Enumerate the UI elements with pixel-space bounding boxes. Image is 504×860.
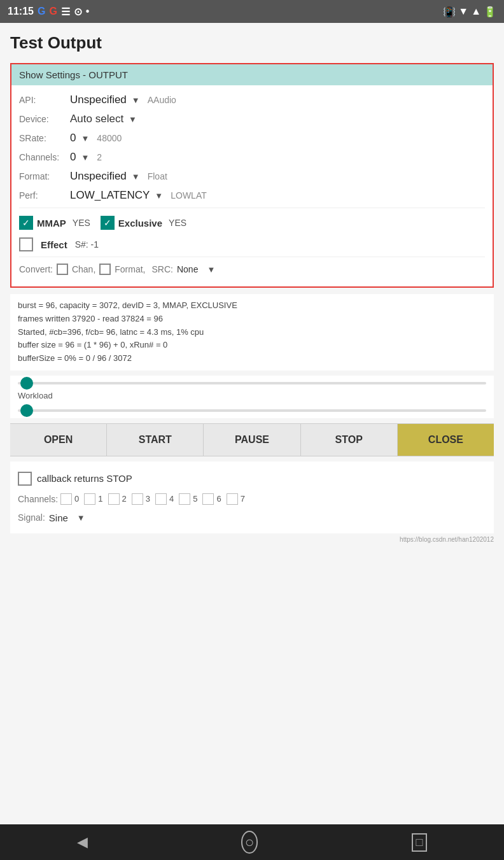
settings-header: Show Settings - OUTPUT [11,64,493,85]
channels-setting-row: Channels: 0 ▼ 2 [19,148,485,167]
channels-actual: 2 [97,152,102,162]
channel-1-checkbox[interactable] [84,493,95,505]
src-dropdown-icon[interactable]: ▼ [207,265,215,274]
exclusive-checkbox[interactable]: ✓ [101,216,115,230]
slider-2-thumb[interactable] [20,404,33,417]
signal-icon: ▲ [471,6,481,17]
perf-dropdown-icon[interactable]: ▼ [155,191,163,201]
channel-5-label: 5 [193,494,197,504]
log-section: burst = 96, capacity = 3072, devID = 3, … [10,294,494,370]
vibrate-icon: 📳 [443,6,456,18]
mmap-checkbox-item[interactable]: ✓ MMAP YES [19,216,90,230]
api-row: API: Unspecified ▼ AAudio [19,90,485,109]
signal-row: Signal: Sine ▼ [18,509,486,527]
google-icon-2: G [49,6,57,17]
effect-label: Effect [41,239,67,250]
watermark: https://blog.csdn.net/han1202012 [10,533,494,546]
api-label: API: [19,95,70,105]
channel-6-checkbox[interactable] [202,493,214,505]
slider-1-track[interactable] [18,382,486,384]
channel-3-checkbox[interactable] [132,493,143,505]
channel-5-checkbox[interactable] [179,493,190,505]
mmap-exclusive-group: ✓ MMAP YES ✓ Exclusive YES [19,211,485,235]
format-label: Format: [19,171,70,181]
slider-1-thumb[interactable] [20,377,33,390]
stop-button[interactable]: STOP [301,424,398,456]
channels-dropdown-icon[interactable]: ▼ [81,153,89,162]
channel-2-label: 2 [122,494,127,504]
callback-label: callback returns STOP [37,473,132,484]
dot-icon: • [86,6,90,17]
exclusive-checkbox-item[interactable]: ✓ Exclusive YES [101,216,186,230]
perf-label: Perf: [19,190,70,201]
status-right: 📳 ▼ ▲ 🔋 [443,6,496,18]
nav-bar: ◀ ○ □ [0,824,504,860]
channel-4-label: 4 [169,494,174,504]
log-line-3: Started, #cb=396, f/cb= 96, latnc = 4.3 … [18,326,486,339]
channels-label: Channels: [19,152,70,162]
format-dropdown-icon[interactable]: ▼ [132,172,140,181]
srate-dropdown-icon[interactable]: ▼ [81,134,89,143]
api-dropdown-icon[interactable]: ▼ [132,95,140,105]
callback-checkbox[interactable] [18,472,32,486]
open-button[interactable]: OPEN [10,424,107,456]
status-left: 11:15 G G ☰ ⊙ • [8,6,89,18]
chan-checkbox[interactable] [57,264,68,275]
signal-value: Sine [49,512,68,523]
channel-4-checkbox[interactable] [155,493,167,505]
button-bar: OPEN START PAUSE STOP CLOSE [10,423,494,456]
time-display: 11:15 [8,6,34,17]
effect-checkbox-item[interactable]: Effect S#: -1 [19,235,485,254]
channel-2-checkbox[interactable] [108,493,120,505]
channel-0-checkbox[interactable] [60,493,72,505]
channel-0-label: 0 [74,494,79,504]
device-label: Device: [19,114,70,124]
format-row: Format: Unspecified ▼ Float [19,167,485,186]
channel-7-checkbox[interactable] [227,493,238,505]
battery-icon: 🔋 [484,6,496,18]
back-icon[interactable]: ◀ [77,834,88,850]
status-bar: 11:15 G G ☰ ⊙ • 📳 ▼ ▲ 🔋 [0,0,504,23]
channel-1-label: 1 [98,494,102,504]
perf-actual: LOWLAT [171,190,207,201]
exclusive-value: YES [169,218,186,228]
format-convert-checkbox[interactable] [99,264,111,275]
recents-icon[interactable]: □ [412,833,428,852]
pause-button[interactable]: PAUSE [204,424,300,456]
slider-section: Workload [10,376,494,418]
workload-label: Workload [18,390,486,405]
start-button[interactable]: START [107,424,204,456]
format-convert-label: Format, [115,264,145,274]
exclusive-label: Exclusive [118,218,162,229]
api-value: Unspecified [70,94,127,106]
close-button[interactable]: CLOSE [398,424,494,456]
srate-row: SRate: 0 ▼ 48000 [19,129,485,148]
api-actual: AAudio [148,95,176,105]
log-line-1: burst = 96, capacity = 3072, devID = 3, … [18,299,486,313]
device-row: Device: Auto select ▼ [19,109,485,129]
chan-label: Chan, [72,264,95,274]
signal-dropdown-icon[interactable]: ▼ [77,513,85,523]
device-dropdown-icon[interactable]: ▼ [129,115,137,124]
main-content: Test Output Show Settings - OUTPUT API: … [0,23,504,824]
log-line-5: bufferSize = 0% = 0 / 96 / 3072 [18,352,486,365]
log-line-2: frames written 37920 - read 37824 = 96 [18,313,486,326]
bottom-section: callback returns STOP Channels: 0 1 2 3 … [10,462,494,533]
format-value: Unspecified [70,170,127,183]
channel-3-label: 3 [146,494,150,504]
log-line-4: buffer size = 96 = (1 * 96) + 0, xRun# =… [18,339,486,352]
channels-value: 0 [70,151,76,164]
effect-checkbox[interactable] [19,237,33,251]
channel-7-label: 7 [241,494,245,504]
settings-panel: Show Settings - OUTPUT API: Unspecified … [10,63,494,288]
convert-row: Convert: Chan, Format, SRC: None ▼ [19,260,485,279]
messages-icon: ☰ [61,6,70,18]
effect-value: S#: -1 [75,239,99,250]
home-icon[interactable]: ○ [241,831,258,854]
mmap-checkbox[interactable]: ✓ [19,216,33,230]
mmap-value: YES [73,218,90,228]
signal-label: Signal: [18,512,45,523]
format-actual: Float [148,171,167,181]
slider-2-track[interactable] [18,409,486,412]
page-title: Test Output [10,33,494,53]
